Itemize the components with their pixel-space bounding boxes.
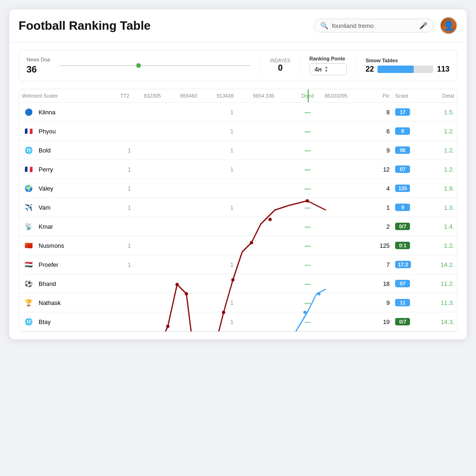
col-9654336: 9654.336 bbox=[250, 89, 293, 103]
team-name-4: Valey bbox=[39, 185, 53, 192]
table-row: 🇫🇷 Phyou 1 — 6 8 1.2. bbox=[19, 122, 457, 141]
c3-cell-6 bbox=[214, 217, 250, 236]
green-vertical-line bbox=[308, 89, 309, 102]
doed-cell-0: — bbox=[293, 103, 322, 122]
pic-cell-0: 8 bbox=[367, 103, 392, 122]
c1-cell-8 bbox=[141, 255, 178, 274]
doed-cell-9: — bbox=[293, 274, 322, 293]
c1-cell-4 bbox=[141, 179, 178, 198]
c6-cell-7 bbox=[322, 236, 367, 255]
team-icon-11: 🌐 bbox=[22, 315, 35, 328]
avatar[interactable]: 👤 bbox=[440, 17, 457, 34]
table-container: Welment Susler TT2 832305 865460 913438 … bbox=[19, 89, 457, 332]
col-pic: Pic bbox=[367, 89, 392, 103]
team-cell-2: 🌐 Bold bbox=[19, 141, 118, 160]
tt2-cell-5: 1 bbox=[118, 198, 141, 217]
team-cell-0: 🔵 Klinna bbox=[19, 103, 118, 122]
scast-badge-7: 0:1 bbox=[395, 242, 410, 249]
filter-bar: News Doa 36 INDAYES 0 Ranking Ponte 4н bbox=[19, 50, 457, 81]
c2-cell-9 bbox=[178, 274, 214, 293]
team-cell-4: 🌍 Valey bbox=[19, 179, 118, 198]
c1-cell-0 bbox=[141, 103, 178, 122]
tt2-cell-9 bbox=[118, 274, 141, 293]
c2-cell-3 bbox=[178, 160, 214, 179]
table-row: 🏆 Nathask 1 — 9 11 11.3. bbox=[19, 293, 457, 312]
table-row: 📡 Kmar — 2 0/7 1.4. bbox=[19, 217, 457, 236]
c2-cell-8 bbox=[178, 255, 214, 274]
c3-cell-2: 1 bbox=[214, 141, 250, 160]
c2-cell-1 bbox=[178, 122, 214, 141]
c3-cell-4 bbox=[214, 179, 250, 198]
team-cell-8: 🇭🇺 Proefer bbox=[19, 255, 118, 274]
team-icon-6: 📡 bbox=[22, 220, 35, 233]
team-name-2: Bold bbox=[39, 147, 51, 154]
team-icon-4: 🌍 bbox=[22, 182, 35, 195]
c6-cell-11 bbox=[322, 312, 367, 331]
tt2-cell-8: 1 bbox=[118, 255, 141, 274]
table-row: 🇭🇺 Proefer 1 1 — 7 17.2 14.2. bbox=[19, 255, 457, 274]
detail-cell-0: 1.5. bbox=[426, 103, 457, 122]
scast-badge-0: 17 bbox=[395, 108, 410, 116]
scast-badge-1: 8 bbox=[395, 127, 410, 135]
c2-cell-10 bbox=[178, 293, 214, 312]
table-row: 🌐 Btay 1 — 19 0/7 14.3. bbox=[19, 312, 457, 331]
team-name-5: Vam bbox=[39, 204, 51, 211]
detail-cell-9: 11.2. bbox=[426, 274, 457, 293]
team-name-7: Nusmons bbox=[39, 242, 64, 249]
pic-cell-4: 4 bbox=[367, 179, 392, 198]
progress-bar-container bbox=[377, 66, 433, 73]
table-header-row: Welment Susler TT2 832305 865460 913438 … bbox=[19, 89, 457, 103]
team-cell-9: ⚽ Bhand bbox=[19, 274, 118, 293]
c1-cell-6 bbox=[141, 217, 178, 236]
c6-cell-2 bbox=[322, 141, 367, 160]
ranking-ponte-select[interactable]: 4н ▲ ▼ bbox=[310, 63, 347, 75]
c4-cell-2 bbox=[250, 141, 293, 160]
team-name-9: Bhand bbox=[39, 280, 56, 287]
col-86103395: 86103395 bbox=[322, 89, 367, 103]
scast-cell-7: 0:1 bbox=[392, 236, 426, 255]
team-icon-10: 🏆 bbox=[22, 296, 35, 309]
c4-cell-8 bbox=[250, 255, 293, 274]
team-cell-11: 🌐 Btay bbox=[19, 312, 118, 331]
filter-slider[interactable] bbox=[60, 65, 251, 66]
c1-cell-1 bbox=[141, 122, 178, 141]
scast-cell-10: 11 bbox=[392, 293, 426, 312]
team-cell-10: 🏆 Nathask bbox=[19, 293, 118, 312]
doed-cell-7: — bbox=[293, 236, 322, 255]
c6-cell-10 bbox=[322, 293, 367, 312]
search-input[interactable] bbox=[332, 22, 416, 29]
doed-cell-3: — bbox=[293, 160, 322, 179]
c4-cell-10 bbox=[250, 293, 293, 312]
team-name-11: Btay bbox=[39, 318, 51, 325]
c6-cell-4 bbox=[322, 179, 367, 198]
tt2-cell-11 bbox=[118, 312, 141, 331]
team-cell-7: 🇨🇳 Nusmons bbox=[19, 236, 118, 255]
scast-cell-5: 9 bbox=[392, 198, 426, 217]
team-cell-6: 📡 Kmar bbox=[19, 217, 118, 236]
pic-cell-1: 6 bbox=[367, 122, 392, 141]
col-832305: 832305 bbox=[141, 89, 178, 103]
c6-cell-8 bbox=[322, 255, 367, 274]
mic-icon[interactable]: 🎤 bbox=[419, 22, 427, 29]
scast-badge-9: 07 bbox=[395, 280, 410, 287]
search-box[interactable]: 🔍 🎤 bbox=[313, 19, 434, 33]
col-tt2: TT2 bbox=[118, 89, 141, 103]
ranking-ponte-label: Ranking Ponte bbox=[310, 56, 347, 61]
c6-cell-6 bbox=[322, 217, 367, 236]
detail-cell-6: 1.4. bbox=[426, 217, 457, 236]
c4-cell-6 bbox=[250, 217, 293, 236]
indayes-value: 0 bbox=[270, 63, 290, 73]
doed-cell-6: — bbox=[293, 217, 322, 236]
filter-divider-2 bbox=[300, 56, 300, 75]
c6-cell-1 bbox=[322, 122, 367, 141]
team-icon-3: 🇫🇷 bbox=[22, 163, 35, 176]
c3-cell-1: 1 bbox=[214, 122, 250, 141]
tt2-cell-0 bbox=[118, 103, 141, 122]
team-icon-7: 🇨🇳 bbox=[22, 239, 35, 252]
header: Football Ranking Table 🔍 🎤 👤 bbox=[9, 9, 467, 42]
team-name-6: Kmar bbox=[39, 223, 53, 230]
c6-cell-3 bbox=[322, 160, 367, 179]
scast-badge-6: 0/7 bbox=[395, 223, 410, 230]
search-icon: 🔍 bbox=[320, 22, 328, 29]
c4-cell-3 bbox=[250, 160, 293, 179]
